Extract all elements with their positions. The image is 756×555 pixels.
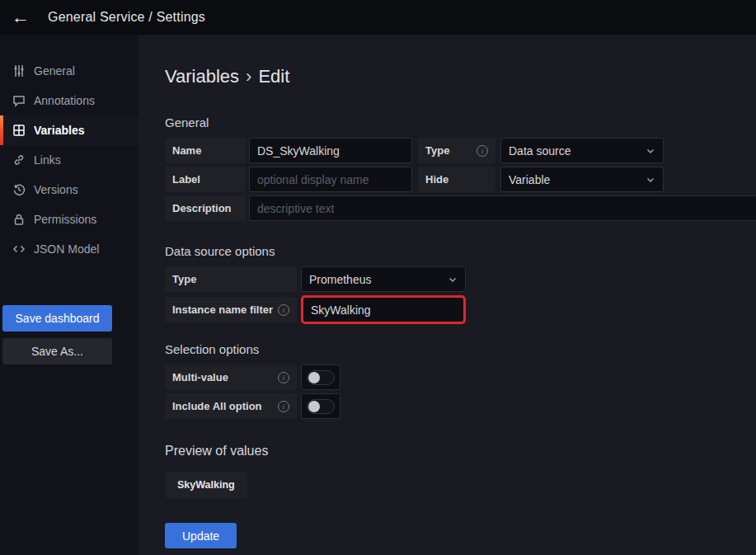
include-all-option-label: Include All option i bbox=[165, 393, 297, 419]
history-icon bbox=[12, 183, 26, 197]
breadcrumb-separator: › bbox=[246, 66, 251, 87]
preview-of-values-heading: Preview of values bbox=[165, 444, 756, 459]
name-input[interactable] bbox=[249, 138, 412, 163]
sidebar-item-label: Annotations bbox=[34, 94, 95, 107]
app-window: ← General Service / Settings General bbox=[0, 0, 756, 555]
save-dashboard-button[interactable]: Save dashboard bbox=[2, 305, 112, 332]
settings-sidebar: General Annotations Variables bbox=[0, 35, 139, 555]
sidebar-item-annotations[interactable]: Annotations bbox=[0, 86, 139, 115]
sidebar-item-json-model[interactable]: JSON Model bbox=[0, 234, 139, 264]
save-as-button[interactable]: Save As... bbox=[2, 338, 112, 365]
instance-name-filter-label: Instance name filter i bbox=[165, 297, 297, 322]
info-icon[interactable]: i bbox=[477, 145, 488, 157]
sidebar-item-permissions[interactable]: Permissions bbox=[0, 205, 139, 234]
toggle-knob bbox=[308, 401, 320, 412]
sidebar-item-label: JSON Model bbox=[34, 242, 99, 256]
page-title: General Service / Settings bbox=[48, 10, 205, 25]
hide-label: Hide bbox=[418, 167, 495, 192]
include-all-toggle[interactable] bbox=[301, 393, 340, 419]
label-input[interactable] bbox=[249, 167, 412, 192]
type-label: Type i bbox=[418, 138, 495, 163]
sidebar-item-label: Links bbox=[34, 153, 61, 167]
sidebar-item-links[interactable]: Links bbox=[0, 145, 139, 175]
multi-value-label: Multi-value i bbox=[165, 365, 297, 390]
data-source-options-heading: Data source options bbox=[165, 244, 756, 258]
preview-value-chip: SkyWalking bbox=[165, 472, 247, 498]
chevron-down-icon bbox=[448, 275, 458, 285]
hide-select[interactable]: Variable bbox=[500, 167, 664, 192]
type-select[interactable]: Data source bbox=[500, 138, 664, 163]
main-content: Variables›Edit General Name Type i Data … bbox=[139, 35, 756, 555]
preview-values-row: SkyWalking bbox=[165, 472, 756, 498]
breadcrumb: Variables›Edit bbox=[165, 66, 756, 87]
back-arrow-icon[interactable]: ← bbox=[12, 8, 30, 26]
sidebar-item-label: Permissions bbox=[34, 213, 96, 226]
sidebar-item-versions[interactable]: Versions bbox=[0, 175, 139, 205]
ds-type-select[interactable]: Prometheus bbox=[301, 266, 466, 292]
top-bar: ← General Service / Settings bbox=[0, 0, 756, 35]
sliders-icon bbox=[12, 64, 26, 78]
selection-options-heading: Selection options bbox=[165, 342, 756, 356]
toggle-knob bbox=[308, 372, 320, 383]
comment-icon bbox=[12, 94, 26, 108]
info-icon[interactable]: i bbox=[278, 304, 289, 316]
multi-value-toggle[interactable] bbox=[301, 365, 340, 390]
breadcrumb-page: Edit bbox=[258, 66, 289, 87]
chevron-down-icon bbox=[646, 146, 655, 156]
link-icon bbox=[12, 153, 26, 167]
lock-icon bbox=[12, 213, 26, 227]
grid-icon bbox=[12, 124, 26, 138]
name-label: Name bbox=[165, 138, 246, 163]
instance-name-filter-input[interactable] bbox=[301, 295, 466, 324]
ds-type-label: Type bbox=[165, 266, 297, 292]
info-icon[interactable]: i bbox=[278, 401, 289, 412]
sidebar-item-variables[interactable]: Variables bbox=[0, 115, 139, 145]
description-label: Description bbox=[165, 195, 246, 221]
description-input[interactable] bbox=[249, 195, 756, 221]
sidebar-item-label: Variables bbox=[34, 124, 85, 137]
label-label: Label bbox=[165, 167, 246, 192]
toggle-track bbox=[307, 399, 335, 414]
code-icon bbox=[12, 242, 26, 256]
general-section-heading: General bbox=[165, 115, 756, 129]
update-button[interactable]: Update bbox=[165, 523, 237, 548]
sidebar-item-label: General bbox=[34, 64, 75, 78]
breadcrumb-section: Variables bbox=[165, 66, 239, 87]
sidebar-item-general[interactable]: General bbox=[0, 56, 139, 86]
info-icon[interactable]: i bbox=[278, 372, 289, 383]
toggle-track bbox=[307, 370, 335, 385]
sidebar-item-label: Versions bbox=[34, 183, 78, 196]
chevron-down-icon bbox=[646, 175, 655, 185]
